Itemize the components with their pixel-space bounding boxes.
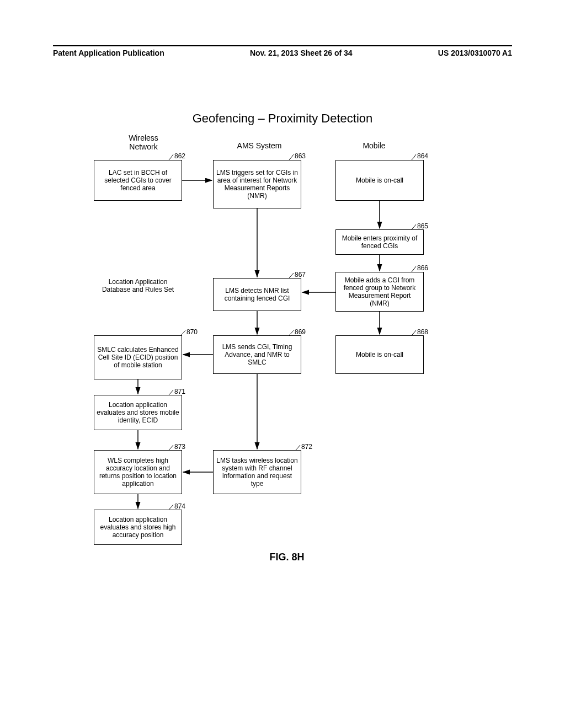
box-872: LMS tasks wireless location system with …: [213, 450, 301, 494]
ref-864: 864: [417, 152, 428, 160]
ref-869: 869: [295, 328, 306, 336]
box-871: Location application evaluates and store…: [94, 395, 182, 430]
box-864: Mobile is on-call: [335, 160, 424, 201]
header-center: Nov. 21, 2013 Sheet 26 of 34: [250, 49, 353, 57]
ref-866: 866: [417, 264, 428, 272]
ref-867: 867: [295, 271, 306, 279]
box-866: Mobile adds a CGI from fenced group to N…: [335, 272, 424, 312]
header-left: Patent Application Publication: [53, 49, 164, 57]
figure-label: FIG. 8H: [243, 552, 331, 563]
column-label-wireless: Wireless Network: [110, 133, 177, 151]
box-873: WLS completes high accuracy location and…: [94, 450, 182, 494]
ref-863: 863: [295, 152, 306, 160]
box-870: SMLC calculates Enhanced Cell Site ID (E…: [94, 335, 182, 379]
ref-871: 871: [174, 388, 185, 395]
ref-870: 870: [186, 328, 198, 336]
box-862: LAC set in BCCH of selected CGIs to cove…: [94, 160, 182, 201]
ref-872: 872: [301, 443, 312, 451]
ref-874: 874: [174, 502, 185, 510]
box-865: Mobile enters proximity of fenced CGIs: [335, 229, 424, 255]
box-863: LMS triggers set for CGIs in area of int…: [213, 160, 301, 208]
ref-873: 873: [174, 443, 185, 451]
ref-868: 868: [417, 328, 428, 336]
diagram-title: Geofencing – Proximity Detection: [0, 111, 565, 126]
box-867: LMS detects NMR list containing fenced C…: [213, 278, 301, 311]
column-label-mobile: Mobile: [352, 141, 396, 150]
header-right: US 2013/0310070 A1: [438, 49, 512, 57]
label-locapp: Location Application Database and Rules …: [94, 278, 182, 293]
box-869: LMS sends CGI, Timing Advance, and NMR t…: [213, 335, 301, 374]
ref-865: 865: [417, 222, 428, 230]
column-label-ams: AMS System: [226, 141, 292, 150]
box-868: Mobile is on-call: [335, 335, 424, 374]
ref-862: 862: [174, 152, 185, 160]
box-874: Location application evaluates and store…: [94, 510, 182, 545]
patent-header: Patent Application Publication Nov. 21, …: [53, 45, 512, 57]
